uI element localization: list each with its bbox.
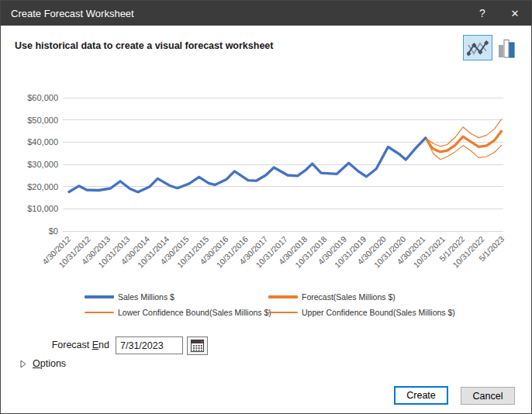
legend-swatch-sales [85, 295, 114, 298]
y-axis-label: $20,000 [27, 182, 58, 191]
legend-item-upper-bound: Upper Confidence Bound(Sales Millions $) [268, 308, 455, 317]
forecast-end-input[interactable] [116, 336, 183, 354]
legend-item-forecast: Forecast(Sales Millions $) [268, 292, 396, 302]
y-axis-label: $40,000 [27, 137, 58, 147]
legend-swatch-forecast [268, 295, 298, 298]
create-forecast-worksheet-dialog: Create Forecast Worksheet ? ✕ Use histor… [0, 0, 532, 414]
forecast-preview-chart: $0$10,000$20,000$30,000$40,000$50,000$60… [1, 78, 532, 284]
series-line-sales-millions- [69, 138, 426, 192]
legend-item-lower-bound: Lower Confidence Bound(Sales Millions $) [85, 308, 271, 317]
bar-chart-type-button[interactable] [495, 35, 518, 60]
y-axis-label: $60,000 [27, 93, 58, 102]
cancel-button[interactable]: Cancel [461, 387, 515, 405]
close-button[interactable]: ✕ [499, 1, 531, 26]
legend-label: Upper Confidence Bound(Sales Millions $) [302, 308, 455, 317]
forecast-end-label: Forecast End [1, 340, 109, 350]
legend-label: Forecast(Sales Millions $) [302, 292, 396, 302]
y-axis-label: $0 [49, 226, 58, 236]
options-expander[interactable]: Options [20, 358, 66, 369]
series-line-forecast-sales-millions- [426, 131, 502, 152]
y-axis-label: $10,000 [27, 204, 58, 213]
dialog-title: Create Forecast Worksheet [1, 8, 466, 19]
create-button[interactable]: Create [394, 386, 448, 405]
legend-swatch-upper-bound [268, 312, 298, 313]
y-axis-label: $30,000 [27, 160, 58, 169]
legend-label: Lower Confidence Bound(Sales Millions $) [118, 308, 271, 317]
expander-triangle-icon [20, 360, 26, 368]
options-label: Options [33, 358, 66, 369]
series-line-lower-confidence-bound-sales-millions- [426, 138, 502, 160]
help-button[interactable]: ? [466, 1, 499, 26]
help-icon: ? [479, 7, 485, 19]
y-axis-label: $50,000 [27, 116, 58, 125]
legend-item-sales: Sales Millions $ [85, 292, 174, 302]
chart-type-toggle [463, 35, 518, 60]
line-chart-type-button[interactable] [463, 35, 492, 60]
calendar-icon [191, 340, 204, 352]
bar-chart-icon [498, 37, 515, 58]
close-icon: ✕ [511, 8, 520, 19]
chart-legend: Sales Millions $ Forecast(Sales Millions… [1, 288, 532, 323]
legend-swatch-lower-bound [85, 312, 114, 313]
legend-label: Sales Millions $ [118, 292, 174, 302]
dialog-subtitle: Use historical data to create a visual f… [15, 40, 273, 51]
titlebar: Create Forecast Worksheet ? ✕ [1, 1, 531, 26]
line-chart-icon [467, 39, 489, 57]
date-picker-button[interactable] [187, 336, 208, 355]
